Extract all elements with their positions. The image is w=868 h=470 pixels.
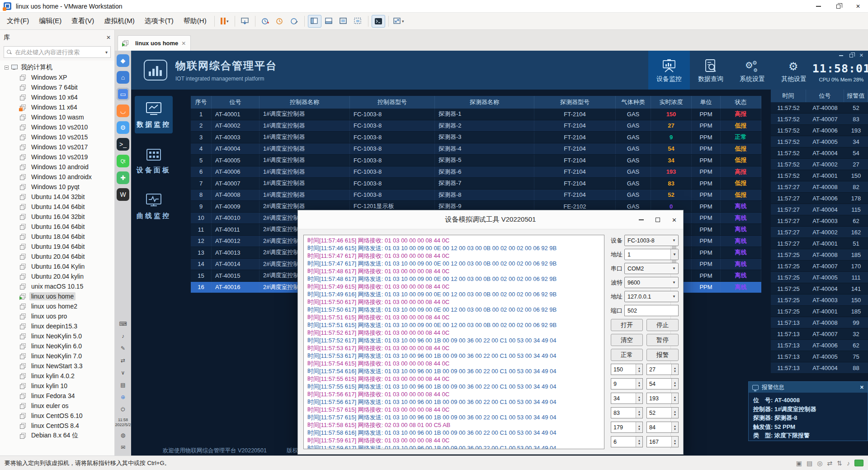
table-row[interactable]: 4AT-400041#调度室控制器FC-1003-8探测器-4FT-2104GA… <box>191 143 761 155</box>
spinner-arrows-icon[interactable]: ▲▼ <box>671 379 678 389</box>
vm-list-item[interactable]: linux CentOS 6.10 <box>0 411 114 421</box>
vm-list-item[interactable]: linux kylin 4.0.2 <box>0 371 114 381</box>
dialog-maximize-button[interactable] <box>656 218 660 222</box>
value-spinner[interactable]: 83▲▼ <box>611 407 643 418</box>
chevron-down-icon[interactable]: ▼ <box>672 266 678 271</box>
baud-rate-select[interactable]: 9600▼ <box>624 277 679 288</box>
address-select[interactable]: 1▼ <box>624 249 679 260</box>
library-pane-toggle-icon[interactable] <box>308 15 321 28</box>
alarm-button[interactable]: 报警 <box>646 349 679 361</box>
alarm-row[interactable]: 11:57:13AT-4000662 <box>771 340 868 351</box>
vm-list-item[interactable]: linux uos home <box>0 291 114 301</box>
alarm-row[interactable]: 11:57:27AT-4000882 <box>771 181 868 193</box>
table-row[interactable]: 1AT-400011#调度室控制器FC-1003-8探测器-1FT-2104GA… <box>191 109 761 120</box>
value-spinner[interactable]: 150▲▼ <box>611 364 643 375</box>
side-nav-curve-monitor[interactable]: 曲线监控 <box>135 187 173 225</box>
vm-list-item[interactable]: Windows 10 vs2010 <box>0 122 114 132</box>
nav-data-query[interactable]: 数据查询 <box>690 51 731 90</box>
tab-close-icon[interactable]: ✕ <box>181 40 186 47</box>
vm-list-item[interactable]: Ubuntu 16.04 32bit <box>0 212 114 222</box>
spinner-arrows-icon[interactable]: ▲▼ <box>636 408 642 418</box>
spinner-arrows-icon[interactable]: ▲▼ <box>636 437 642 447</box>
menu-item-3[interactable]: 虚拟机(M) <box>99 14 140 28</box>
chevron-down-icon[interactable]: ▼ <box>670 249 678 260</box>
spinner-arrows-icon[interactable]: ▲▼ <box>636 422 642 432</box>
search-dropdown-icon[interactable]: ▾ <box>105 50 108 55</box>
vm-list-item[interactable]: linux uos pro <box>0 311 114 321</box>
vm-list-item[interactable]: Debian 8.x 64 位 <box>0 431 114 441</box>
alarm-row[interactable]: 11:57:52AT-40001150 <box>771 170 868 181</box>
table-row[interactable]: 7AT-400071#调度室控制器FC-1003-8探测器-7FT-2104GA… <box>191 178 761 190</box>
spinner-arrows-icon[interactable]: ▲▼ <box>671 364 678 375</box>
vm-list-item[interactable]: Windows 10 x64 <box>0 92 114 102</box>
chevron-down-icon[interactable]: ▼ <box>672 280 678 285</box>
open-button[interactable]: 打开 <box>611 319 643 331</box>
update-icon[interactable]: ◍ <box>119 431 127 439</box>
nav-system-settings[interactable]: ⚙⚙⚙系统设置 <box>731 51 773 90</box>
value-spinner[interactable]: 6▲▼ <box>611 436 643 447</box>
restore-button[interactable] <box>828 0 848 13</box>
device-select[interactable]: FC-1003-8▼ <box>624 235 679 246</box>
snapshot-manage-button-icon[interactable] <box>288 15 301 28</box>
collapse-icon[interactable]: ∨ <box>119 369 127 377</box>
vm-list-item[interactable]: Ubuntu 19.04 64bit <box>0 242 114 252</box>
network-log[interactable]: 时间[11:57:46 615] 网络接收: 01 03 00 00 00 08… <box>303 235 604 449</box>
alarm-row[interactable]: 11:57:13AT-4000732 <box>771 328 868 340</box>
vm-list-item[interactable]: Windows 7 64bit <box>0 82 114 92</box>
normal-button[interactable]: 正常 <box>611 349 643 361</box>
library-close-icon[interactable]: ✕ <box>106 34 111 41</box>
vm-list-item[interactable]: linux NeoKylin 7.0 <box>0 351 114 361</box>
nav-device-monitor[interactable]: 设备监控 <box>648 51 690 90</box>
file-manager-icon[interactable]: ▭ <box>117 88 129 100</box>
spinner-arrows-icon[interactable]: ▲▼ <box>636 393 642 404</box>
spinner-arrows-icon[interactable]: ▲▼ <box>671 393 678 404</box>
usb-icon[interactable]: ⇅ <box>837 460 842 467</box>
vm-list-item[interactable]: linux NewStart 3.3 <box>0 361 114 371</box>
vm-list-item[interactable]: linux deepin15.3 <box>0 321 114 331</box>
vm-list-item[interactable]: Ubuntu 16.04 Kylin <box>0 261 114 271</box>
alarm-row[interactable]: 11:57:52AT-4000783 <box>771 114 868 125</box>
menu-item-0[interactable]: 文件(F) <box>2 14 34 28</box>
alarm-row[interactable]: 11:57:25AT-40001185 <box>771 306 868 317</box>
alarm-close-icon[interactable]: ✕ <box>860 385 864 390</box>
close-button[interactable]: ✕ <box>848 0 868 13</box>
pause-button-icon[interactable]: ▾ <box>218 15 231 28</box>
alarm-row[interactable]: 11:57:25AT-40008185 <box>771 249 868 261</box>
ip-address-select[interactable]: 127.0.0.1▼ <box>624 291 679 302</box>
screenshot-icon[interactable]: ✎ <box>119 344 127 352</box>
onboard-keyboard-icon[interactable]: ⌨ <box>119 320 127 328</box>
vm-list-item[interactable]: linux Fedora 34 <box>0 391 114 401</box>
serial-port-select[interactable]: COM2▼ <box>624 263 679 274</box>
sound-icon[interactable]: ♪ <box>847 460 850 467</box>
menu-item-4[interactable]: 选项卡(T) <box>140 14 179 28</box>
port-input[interactable]: 502 <box>624 305 679 316</box>
alarm-row[interactable]: 11:57:52AT-40006193 <box>771 125 868 136</box>
vm-list-item[interactable]: Windows 10 android <box>0 162 114 172</box>
clear-button[interactable]: 清空 <box>611 334 643 346</box>
vm-list-item[interactable]: unix macOS 10.15 <box>0 281 114 291</box>
value-spinner[interactable]: 54▲▼ <box>646 378 679 389</box>
power-icon[interactable]: ⏻ <box>119 405 127 413</box>
spinner-arrows-icon[interactable]: ▲▼ <box>636 379 642 389</box>
vm-list-item[interactable]: linux euler os <box>0 401 114 411</box>
fullscreen-button-icon[interactable] <box>337 15 350 28</box>
virtual-console-button-icon[interactable] <box>372 15 385 28</box>
app-minimize-button[interactable] <box>839 55 843 56</box>
vm-list-item[interactable]: Ubuntu 18.04 64bit <box>0 232 114 242</box>
workspace-switch-icon[interactable]: ⇄ <box>119 356 127 365</box>
table-row[interactable]: 6AT-400061#调度室控制器FC-1003-8探测器-6FT-2104GA… <box>191 166 761 178</box>
terminal-icon[interactable]: >_ <box>117 138 129 151</box>
vm-list-item[interactable]: Windows XP <box>0 72 114 82</box>
value-spinner[interactable]: 34▲▼ <box>611 393 643 404</box>
app-close-button[interactable]: ✕ <box>859 52 863 58</box>
vm-list-item[interactable]: linux NeoKylin 5.0 <box>0 331 114 341</box>
value-spinner[interactable]: 52▲▼ <box>646 407 679 418</box>
value-spinner[interactable]: 167▲▼ <box>646 436 679 447</box>
vm-list-item[interactable]: Windows 10 vs2019 <box>0 152 114 162</box>
alarm-row[interactable]: 11:57:13AT-4000488 <box>771 362 868 374</box>
vm-list-item[interactable]: Ubuntu 14.04 32bit <box>0 192 114 202</box>
control-center-icon[interactable]: ⚙ <box>117 121 129 134</box>
nav-other-settings[interactable]: ⚙其他设置 <box>773 51 815 90</box>
alarm-row[interactable]: 11:57:13AT-4000899 <box>771 317 868 328</box>
display-status-icon[interactable] <box>854 460 863 466</box>
